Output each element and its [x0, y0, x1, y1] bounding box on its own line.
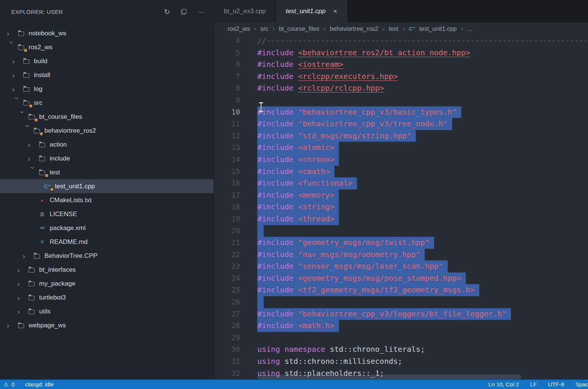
breadcrumb-item[interactable]: src [260, 26, 268, 32]
tree-item-package.xml[interactable]: </>package.xml [0, 221, 214, 235]
breadcrumb-item[interactable]: ros2_ws [228, 26, 250, 32]
chevron-icon[interactable]: › [19, 111, 26, 121]
code-line[interactable]: 31using std::chrono::milliseconds; [214, 356, 588, 368]
code-line[interactable]: 24#include <geometry_msgs/msg/pose_stamp… [214, 272, 588, 285]
explorer-tree: ›notebook_ws›ros2_ws›build›install›log›s… [0, 23, 214, 332]
eol-selector-button[interactable]: LF [530, 381, 537, 387]
folder-icon [38, 142, 46, 147]
chevron-icon[interactable]: › [23, 252, 33, 260]
breadcrumb-item[interactable]: behaviortree_ros2 [330, 26, 378, 32]
code-line[interactable]: 14#include <chrono> [214, 154, 588, 166]
code-line[interactable]: 19#include <thread> [214, 213, 588, 225]
folder-icon [17, 322, 25, 328]
tree-item-test_unit1.cpp[interactable]: Ctest_unit1.cpp [0, 179, 214, 193]
code-line[interactable]: 27#include "behaviortree_cpp_v3/loggers/… [214, 308, 588, 320]
chevron-icon[interactable]: › [24, 125, 32, 135]
cursor-position-button[interactable]: Ln 10, Col 2 [488, 381, 519, 387]
line-number: 16 [214, 177, 240, 189]
refresh-icon[interactable]: ↻ [164, 8, 170, 15]
chevron-icon[interactable]: › [14, 97, 21, 107]
problems-button[interactable]: ⚠ 0 [4, 381, 15, 387]
tree-item-label: install [34, 71, 50, 79]
line-number: 13 [214, 142, 240, 154]
code-lines[interactable]: 4//-------------------------------------… [214, 35, 588, 379]
code-line[interactable]: 10#include "behaviortree_cpp_v3/basic_ty… [214, 106, 588, 118]
code-line[interactable]: 29 [214, 332, 588, 344]
code-line[interactable]: 25#include <tf2_geometry_msgs/tf2_geomet… [214, 284, 588, 296]
code-line[interactable]: 8#include <rclcpp/rclcpp.hpp> [214, 82, 588, 94]
chevron-icon[interactable]: › [17, 280, 28, 288]
code-line[interactable]: 15#include <cmath> [214, 166, 588, 178]
chevron-icon[interactable]: › [17, 294, 28, 301]
chevron-icon[interactable]: › [12, 71, 23, 79]
tree-item-README.md[interactable]: ≡README.md [0, 235, 214, 249]
chevron-icon[interactable]: › [7, 30, 17, 37]
tree-item-src[interactable]: ›src [0, 96, 214, 110]
code-line[interactable]: 9 [214, 94, 588, 106]
chevron-icon[interactable]: › [17, 266, 28, 274]
tree-item-notebook_ws[interactable]: ›notebook_ws [0, 26, 214, 40]
warning-icon: ⚠ [4, 381, 9, 387]
encoding-selector-button[interactable]: UTF-8 [548, 381, 564, 387]
tree-item-utils[interactable]: ›utils [0, 304, 214, 318]
more-actions-icon[interactable]: ··· [198, 8, 205, 15]
chevron-icon[interactable]: › [12, 58, 23, 65]
code-line[interactable]: 12#include "std_msgs/msg/string.hpp" [214, 130, 588, 142]
code-line[interactable]: 30using namespace std::chrono_literals; [214, 344, 588, 356]
code-line[interactable]: 18#include <string> [214, 201, 588, 213]
chevron-icon[interactable]: › [17, 308, 28, 315]
chevron-icon[interactable]: › [7, 322, 17, 329]
code-line[interactable]: 5#include <behaviortree_ros2/bt_action_n… [214, 47, 588, 59]
code-line[interactable]: 16#include <functional> [214, 177, 588, 189]
code-line[interactable]: 17#include <memory> [214, 189, 588, 201]
close-icon[interactable]: × [333, 7, 337, 15]
tree-item-bt_interfaces[interactable]: ›bt_interfaces [0, 263, 214, 277]
tree-item-CMakeLists.txt[interactable]: ▲CMakeLists.txt [0, 193, 214, 207]
git-modified-dot [29, 104, 32, 107]
chevron-icon[interactable]: › [12, 85, 23, 93]
code-line[interactable]: 7#include <rclcpp/executors.hpp> [214, 71, 588, 83]
tree-item-BehaviorTree.CPP[interactable]: ›BehaviorTree.CPP [0, 249, 214, 263]
horizontal-scrollbar[interactable] [257, 375, 521, 379]
indent-selector-button[interactable]: Spaces: 2 [575, 381, 588, 387]
breadcrumb-item[interactable]: bt_course_files [279, 26, 319, 32]
tab-bt_u2_ex3.cpp[interactable]: bt_u2_ex3.cpp [214, 0, 276, 23]
tree-item-log[interactable]: ›log [0, 82, 214, 96]
chevron-icon[interactable]: › [29, 166, 37, 177]
vscode-window: EXPLORER: USER ↻ ··· ›notebook_ws›ros2_w… [0, 0, 588, 389]
tree-item-test[interactable]: ›test [0, 165, 214, 179]
line-number: 31 [214, 356, 240, 368]
tree-item-install[interactable]: ›install [0, 68, 214, 82]
code-line[interactable]: 6#include <iostream> [214, 59, 588, 71]
code-line[interactable]: 26 [214, 296, 588, 308]
code-line[interactable]: 23#include "sensor_msgs/msg/laser_scan.h… [214, 260, 588, 272]
code-line[interactable]: 20 [214, 225, 588, 237]
chevron-icon[interactable]: › [28, 155, 38, 162]
line-number: 12 [214, 130, 240, 142]
tree-item-behaviortree_ros2[interactable]: ›behaviortree_ros2 [0, 124, 214, 138]
code-line[interactable]: 4//-------------------------------------… [214, 35, 588, 47]
chevron-icon[interactable]: › [8, 41, 16, 52]
chevron-icon[interactable]: › [28, 141, 38, 148]
code-line[interactable]: 11#include "behaviortree_cpp_v3/tree_nod… [214, 118, 588, 130]
code-line[interactable]: 21#include "geometry_msgs/msg/twist.hpp" [214, 237, 588, 249]
code-line[interactable]: 13#include <atomic> [214, 142, 588, 154]
tree-item-turtlebot3[interactable]: ›turtlebot3 [0, 291, 214, 304]
tree-item-my_package[interactable]: ›my_package [0, 277, 214, 291]
tree-item-ros2_ws[interactable]: ›ros2_ws [0, 40, 214, 54]
code-line[interactable]: 22#include "nav_msgs/msg/odometry.hpp" [214, 249, 588, 261]
tab-test_unit1.cpp[interactable]: test_unit1.cpp× [276, 0, 348, 23]
code-line[interactable]: 28#include <math.h> [214, 320, 588, 332]
tree-item-include[interactable]: ›include [0, 151, 214, 165]
breadcrumb-item[interactable]: ... [467, 26, 472, 32]
clangd-status[interactable]: clangd: idle [25, 381, 54, 387]
tree-item-build[interactable]: ›build [0, 54, 214, 68]
collapse-folders-icon[interactable] [181, 9, 187, 15]
breadcrumb-item[interactable]: test_unit1.cpp [419, 26, 457, 32]
tree-item-action[interactable]: ›action [0, 138, 214, 151]
tree-item-LICENSE[interactable]: ≣LICENSE [0, 207, 214, 221]
tree-item-webpage_ws[interactable]: ›webpage_ws [0, 318, 214, 332]
folder-icon [28, 309, 35, 314]
tree-item-bt_course_files[interactable]: ›bt_course_files [0, 110, 214, 124]
breadcrumb-item[interactable]: test [389, 26, 398, 32]
